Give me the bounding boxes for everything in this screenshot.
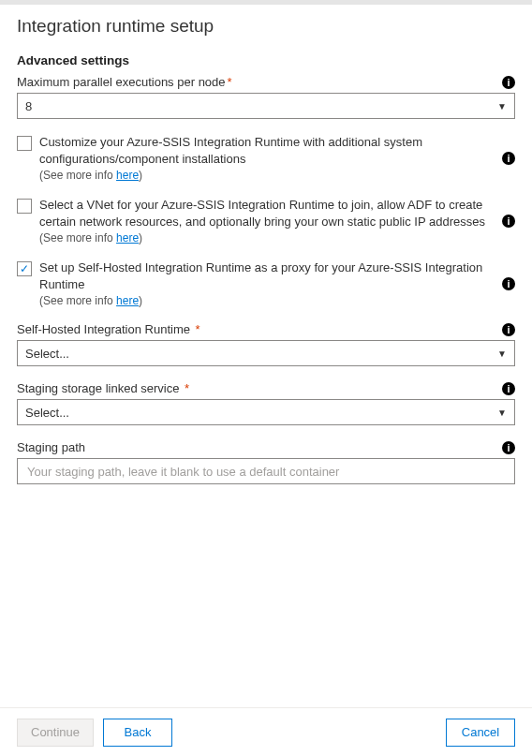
info-icon[interactable]: i	[502, 323, 515, 336]
cancel-button[interactable]: Cancel	[446, 719, 515, 747]
check-vnet: Select a VNet for your Azure-SSIS Integr…	[17, 197, 515, 245]
staging-path-input[interactable]	[25, 459, 507, 483]
label-text: Self-Hosted Integration Runtime	[17, 322, 190, 336]
label-text: Staging storage linked service	[17, 381, 179, 395]
more-info-prefix: (See more info	[39, 169, 116, 182]
required-marker: *	[196, 322, 200, 336]
info-icon[interactable]: i	[502, 277, 515, 290]
check-desc: Set up Self-Hosted Integration Runtime a…	[39, 259, 487, 292]
check-body: Select a VNet for your Azure-SSIS Integr…	[39, 197, 495, 245]
more-info-link[interactable]: here	[116, 169, 139, 182]
field-staging: Staging storage linked service * i Selec…	[17, 381, 515, 425]
setup-panel: Integration runtime setup Advanced setti…	[0, 5, 532, 707]
chevron-down-icon: ▼	[497, 348, 507, 359]
section-heading: Advanced settings	[17, 53, 515, 67]
check-proxy: Set up Self-Hosted Integration Runtime a…	[17, 259, 515, 307]
check-body: Customize your Azure-SSIS Integration Ru…	[39, 134, 495, 182]
more-info-suffix: )	[139, 294, 142, 307]
more-info: (See more info here)	[39, 169, 487, 182]
shir-label: Self-Hosted Integration Runtime *	[17, 322, 200, 336]
check-body: Set up Self-Hosted Integration Runtime a…	[39, 259, 495, 307]
more-info-link[interactable]: here	[116, 231, 139, 245]
info-icon[interactable]: i	[502, 215, 515, 228]
check-customize: Customize your Azure-SSIS Integration Ru…	[17, 134, 515, 182]
checkbox-proxy[interactable]	[17, 261, 32, 276]
footer-right: Cancel	[446, 719, 515, 747]
max-parallel-label: Maximum parallel executions per node*	[17, 75, 232, 89]
shir-select[interactable]: Select... ▼	[17, 340, 515, 366]
more-info-prefix: (See more info	[39, 294, 116, 307]
page-title: Integration runtime setup	[17, 16, 515, 37]
label-line: Maximum parallel executions per node* i	[17, 75, 515, 89]
check-desc: Select a VNet for your Azure-SSIS Integr…	[39, 197, 487, 230]
staging-select[interactable]: Select... ▼	[17, 399, 515, 425]
max-parallel-select[interactable]: 8 ▼	[17, 93, 515, 119]
select-value: 8	[25, 99, 32, 113]
continue-button: Continue	[17, 719, 94, 747]
checkbox-customize[interactable]	[17, 136, 32, 151]
more-info-suffix: )	[139, 231, 142, 245]
more-info: (See more info here)	[39, 231, 487, 245]
staging-label: Staging storage linked service *	[17, 381, 189, 395]
chevron-down-icon: ▼	[497, 101, 507, 111]
label-line: Staging storage linked service * i	[17, 381, 515, 395]
label-line: Self-Hosted Integration Runtime * i	[17, 322, 515, 336]
footer: Continue Back Cancel	[0, 707, 532, 756]
chevron-down-icon: ▼	[497, 408, 507, 418]
more-info: (See more info here)	[39, 294, 487, 307]
footer-left: Continue Back	[17, 719, 172, 747]
field-staging-path: Staging path i	[17, 440, 515, 484]
back-button[interactable]: Back	[103, 719, 172, 747]
required-marker: *	[185, 381, 189, 395]
more-info-link[interactable]: here	[116, 294, 139, 307]
label-text: Maximum parallel executions per node	[17, 75, 226, 89]
info-icon[interactable]: i	[502, 152, 515, 165]
info-icon[interactable]: i	[502, 441, 515, 454]
select-value: Select...	[25, 406, 69, 420]
checkbox-vnet[interactable]	[17, 199, 32, 214]
info-icon[interactable]: i	[502, 76, 515, 89]
select-value: Select...	[25, 347, 69, 361]
more-info-suffix: )	[139, 169, 142, 182]
required-marker: *	[228, 75, 232, 89]
field-max-parallel: Maximum parallel executions per node* i …	[17, 75, 515, 119]
check-desc: Customize your Azure-SSIS Integration Ru…	[39, 134, 487, 167]
staging-path-label: Staging path	[17, 440, 85, 454]
more-info-prefix: (See more info	[39, 231, 116, 245]
info-icon[interactable]: i	[502, 382, 515, 395]
field-shir: Self-Hosted Integration Runtime * i Sele…	[17, 322, 515, 366]
staging-path-input-wrapper	[17, 458, 515, 484]
label-line: Staging path i	[17, 440, 515, 454]
